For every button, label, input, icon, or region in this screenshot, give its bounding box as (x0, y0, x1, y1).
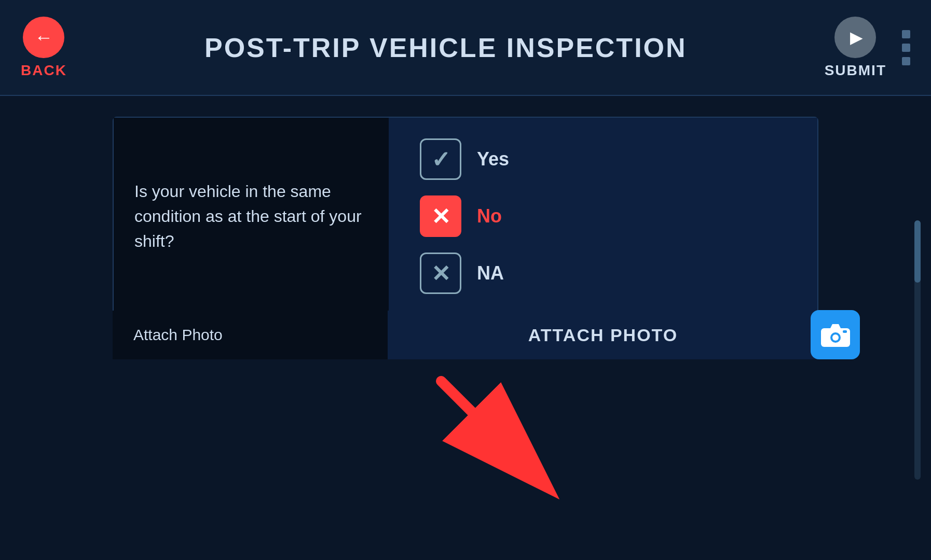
svg-rect-3 (843, 330, 847, 333)
option-no-box[interactable]: ✕ (420, 195, 461, 237)
red-arrow-icon (426, 366, 581, 521)
question-left: Is your vehicle in the same condition as… (114, 118, 389, 315)
attach-photo-button[interactable]: ATTACH PHOTO (528, 325, 678, 345)
option-no-row[interactable]: ✕ No (420, 195, 786, 237)
camera-button[interactable] (811, 310, 860, 359)
submit-button[interactable]: ▶ SUBMIT (825, 17, 886, 79)
attach-label-cell: Attach Photo (113, 311, 388, 359)
checkmark-icon: ✓ (431, 146, 450, 173)
option-na-label: NA (477, 262, 504, 284)
arrow-overlay (426, 366, 581, 523)
question-options: ✓ Yes ✕ No ✕ NA (389, 118, 817, 315)
submit-label: SUBMIT (825, 62, 886, 79)
back-arrow-icon: ← (34, 28, 53, 47)
dot-2 (902, 44, 910, 52)
main-content: Is your vehicle in the same condition as… (0, 96, 931, 380)
back-button[interactable]: ← BACK (21, 17, 67, 79)
dot-1 (902, 30, 910, 38)
header: ← BACK POST-TRIP VEHICLE INSPECTION ▶ SU… (0, 0, 931, 96)
camera-icon (820, 322, 851, 348)
option-na-box[interactable]: ✕ (420, 253, 461, 294)
dots-menu-button[interactable] (902, 30, 910, 65)
x-icon-no: ✕ (431, 203, 450, 230)
option-yes-label: Yes (477, 148, 509, 170)
back-label: BACK (21, 62, 67, 79)
svg-point-2 (832, 334, 839, 341)
submit-circle: ▶ (834, 17, 876, 58)
submit-play-icon: ▶ (850, 27, 863, 47)
question-text: Is your vehicle in the same condition as… (134, 179, 368, 254)
svg-line-5 (441, 381, 545, 485)
option-yes-box[interactable]: ✓ (420, 138, 461, 180)
attach-photo-row: Attach Photo ATTACH PHOTO (113, 311, 818, 359)
scrollbar-thumb (914, 220, 921, 283)
page-title: POST-TRIP VEHICLE INSPECTION (67, 32, 825, 63)
x-icon-na: ✕ (431, 260, 450, 287)
header-right: ▶ SUBMIT (825, 17, 910, 79)
option-no-label: No (477, 205, 502, 227)
attach-label-text: Attach Photo (133, 326, 223, 344)
back-circle: ← (23, 17, 64, 58)
attach-button-cell[interactable]: ATTACH PHOTO (388, 311, 818, 359)
option-yes-row[interactable]: ✓ Yes (420, 138, 786, 180)
dot-3 (902, 57, 910, 65)
option-na-row[interactable]: ✕ NA (420, 253, 786, 294)
question-card: Is your vehicle in the same condition as… (113, 117, 818, 316)
scrollbar[interactable] (914, 220, 921, 480)
